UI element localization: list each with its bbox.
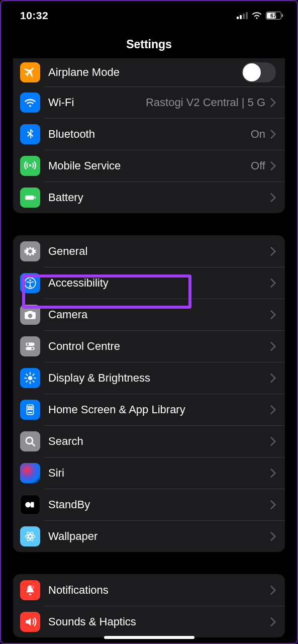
row-sounds-haptics[interactable]: Sounds & Haptics (13, 606, 285, 637)
row-label: Battery (48, 191, 270, 204)
row-label: General (48, 245, 270, 258)
brightness-icon (20, 368, 40, 388)
battery-icon (20, 188, 40, 208)
status-time: 10:32 (20, 10, 48, 22)
accessibility-icon (20, 273, 40, 293)
row-label: Sounds & Haptics (48, 615, 270, 628)
speaker-icon (20, 612, 40, 632)
row-battery[interactable]: Battery (13, 181, 285, 213)
row-label: Wallpaper (48, 530, 270, 543)
row-value: On (251, 128, 265, 141)
row-label: Bluetooth (48, 128, 251, 141)
status-bar: 10:32 67 (1, 1, 297, 30)
svg-rect-3 (246, 12, 248, 19)
row-control-centre[interactable]: Control Centre (13, 330, 285, 362)
svg-text:67: 67 (270, 13, 276, 19)
bluetooth-icon (20, 124, 40, 144)
status-indicators: 67 (237, 12, 283, 20)
row-standby[interactable]: StandBy (13, 489, 285, 520)
svg-rect-2 (243, 14, 245, 19)
chevron-right-icon (270, 279, 276, 288)
wallpaper-icon (20, 526, 40, 546)
siri-icon (20, 463, 40, 483)
search-icon (20, 431, 40, 451)
battery-icon: 67 (266, 12, 283, 20)
row-label: Notifications (48, 584, 270, 597)
bell-icon (20, 580, 40, 600)
chevron-right-icon (270, 469, 276, 478)
row-siri[interactable]: Siri (13, 457, 285, 489)
page-title: Settings (1, 30, 297, 58)
svg-point-11 (29, 279, 31, 281)
row-label: Camera (48, 308, 270, 321)
svg-point-15 (31, 347, 33, 349)
row-value: Off (251, 159, 265, 172)
row-wifi[interactable]: Wi-Fi Rastogi V2 Central | 5 G (13, 86, 285, 118)
row-label: Control Centre (48, 340, 270, 353)
svg-point-19 (30, 406, 31, 407)
svg-rect-1 (240, 15, 242, 19)
chevron-right-icon (270, 500, 276, 509)
row-label: Display & Brightness (48, 372, 270, 385)
row-camera[interactable]: Camera (13, 299, 285, 330)
chevron-right-icon (270, 310, 276, 319)
chevron-right-icon (270, 247, 276, 256)
airplane-toggle[interactable] (242, 62, 276, 82)
antenna-icon (20, 156, 40, 176)
standby-icon (20, 495, 40, 515)
chevron-right-icon (270, 161, 276, 170)
airplane-icon (20, 62, 40, 82)
svg-point-18 (28, 406, 29, 407)
settings-group-connectivity: Airplane Mode Wi-Fi Rastogi V2 Central |… (13, 58, 285, 213)
chevron-right-icon (270, 374, 276, 383)
camera-icon (20, 305, 40, 325)
svg-point-16 (28, 376, 33, 380)
row-display-brightness[interactable]: Display & Brightness (13, 362, 285, 394)
row-label: Wi-Fi (48, 96, 146, 109)
row-label: Search (48, 435, 270, 448)
svg-rect-8 (25, 195, 34, 200)
settings-screen: 10:32 67 Settings (1, 1, 297, 643)
svg-point-13 (27, 343, 29, 345)
settings-content[interactable]: Airplane Mode Wi-Fi Rastogi V2 Central |… (1, 58, 297, 643)
row-value: Rastogi V2 Central | 5 G (146, 96, 265, 109)
chevron-right-icon (270, 586, 276, 595)
svg-rect-6 (282, 14, 283, 17)
svg-point-26 (25, 502, 31, 507)
svg-point-20 (31, 406, 32, 407)
settings-group-general: General Accessibility Camera (13, 235, 285, 552)
row-airplane-mode[interactable]: Airplane Mode (13, 58, 285, 86)
chevron-right-icon (270, 98, 276, 107)
row-home-screen[interactable]: Home Screen & App Library (13, 394, 285, 425)
svg-point-32 (31, 585, 34, 589)
chevron-right-icon (270, 342, 276, 351)
home-screen-icon (20, 400, 40, 420)
row-label: StandBy (48, 498, 270, 511)
row-bluetooth[interactable]: Bluetooth On (13, 118, 285, 150)
row-mobile-service[interactable]: Mobile Service Off (13, 150, 285, 181)
chevron-right-icon (270, 617, 276, 626)
row-accessibility[interactable]: Accessibility (13, 267, 285, 299)
wifi-icon (252, 12, 262, 19)
svg-point-23 (31, 408, 32, 409)
row-notifications[interactable]: Notifications (13, 574, 285, 606)
row-label: Siri (48, 467, 270, 480)
svg-point-22 (30, 408, 31, 409)
chevron-right-icon (270, 437, 276, 446)
row-label: Airplane Mode (48, 66, 242, 79)
svg-point-21 (28, 408, 29, 409)
gear-icon (20, 241, 40, 261)
row-label: Accessibility (48, 277, 270, 290)
row-label: Mobile Service (48, 159, 251, 172)
settings-group-notifications: Notifications Sounds & Haptics (13, 574, 285, 637)
row-wallpaper[interactable]: Wallpaper (13, 520, 285, 552)
wifi-icon (20, 93, 40, 113)
toggles-icon (20, 336, 40, 356)
row-label: Home Screen & App Library (48, 403, 270, 416)
row-search[interactable]: Search (13, 425, 285, 457)
home-indicator[interactable] (104, 636, 194, 639)
row-general[interactable]: General (13, 235, 285, 267)
cellular-icon (237, 12, 248, 19)
chevron-right-icon (270, 193, 276, 202)
svg-rect-9 (35, 196, 36, 198)
